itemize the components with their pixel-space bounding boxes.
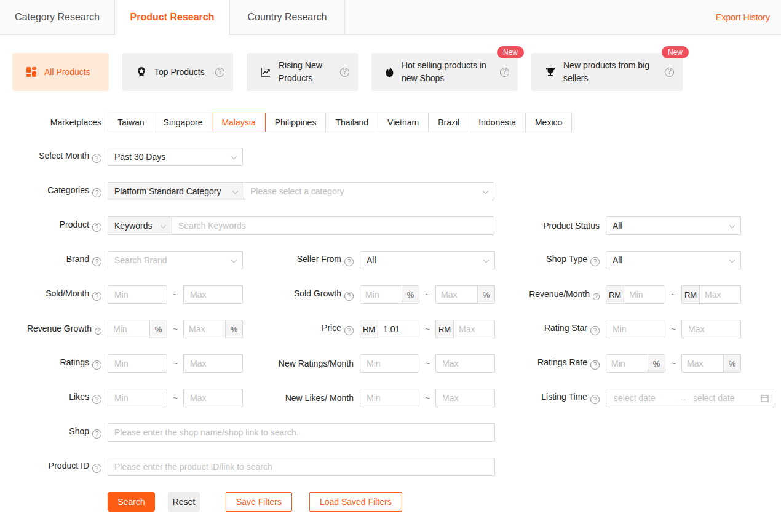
ratings-min-input[interactable] <box>108 354 167 373</box>
chevron-down-icon <box>729 257 735 263</box>
card-hot-selling-new-shops[interactable]: New Hot selling products in new Shops <box>371 53 518 91</box>
sold-month-max-input[interactable] <box>183 285 243 304</box>
new-likes-month-max-input[interactable] <box>435 389 495 407</box>
new-likes-month-min-input[interactable] <box>360 389 419 407</box>
tab-product-research[interactable]: Product Research <box>115 0 230 34</box>
filter-row-product: Product Keywords Product Status All <box>12 216 769 235</box>
rating-star-max-input[interactable] <box>681 320 741 338</box>
ratings-rate-max-box: % <box>681 354 741 373</box>
product-id-input[interactable] <box>108 458 495 476</box>
help-icon[interactable] <box>590 395 600 404</box>
help-icon[interactable] <box>92 395 101 404</box>
help-icon[interactable] <box>590 360 600 370</box>
ratings-rate-label: Ratings Rate <box>537 357 587 367</box>
tab-category-research[interactable]: Category Research <box>0 0 115 34</box>
marketplace-thailand[interactable]: Thailand <box>325 113 378 132</box>
ratings-label: Ratings <box>60 357 89 367</box>
revenue-growth-max-input[interactable] <box>184 320 225 338</box>
help-icon[interactable] <box>344 292 354 301</box>
card-label: Top Products <box>154 66 205 79</box>
marketplace-malaysia[interactable]: Malaysia <box>212 113 265 132</box>
card-rising-new-products[interactable]: Rising New Products <box>247 53 358 91</box>
seller-from-dropdown[interactable]: All <box>360 251 495 269</box>
card-top-products[interactable]: Top Products <box>122 53 233 91</box>
product-search-type-dropdown[interactable]: Keywords <box>108 216 172 235</box>
new-ratings-month-label: New Ratings/Month <box>279 359 354 368</box>
chevron-down-icon <box>231 154 237 160</box>
chevron-down-icon <box>729 223 735 229</box>
marketplace-singapore[interactable]: Singapore <box>154 113 213 132</box>
reset-button[interactable]: Reset <box>168 492 200 512</box>
revenue-month-min-input[interactable] <box>624 286 665 303</box>
new-ratings-month-max-input[interactable] <box>435 354 495 373</box>
help-icon[interactable] <box>215 68 224 77</box>
shop-input[interactable] <box>108 423 495 442</box>
new-ratings-month-min-input[interactable] <box>360 354 419 373</box>
category-type-dropdown[interactable]: Platform Standard Category <box>108 182 244 200</box>
help-icon[interactable] <box>665 68 674 77</box>
load-saved-filters-button[interactable]: Load Saved Filters <box>309 492 402 512</box>
marketplace-vietnam[interactable]: Vietnam <box>378 113 429 132</box>
card-all-products[interactable]: All Products <box>12 53 109 91</box>
sold-growth-min-input[interactable] <box>360 286 402 303</box>
select-month-label: Select Month <box>39 151 89 161</box>
marketplace-mexico[interactable]: Mexico <box>525 113 572 132</box>
help-icon[interactable] <box>500 68 509 77</box>
help-icon[interactable] <box>92 257 101 266</box>
filter-row-marketplaces: Marketplaces Taiwan Singapore Malaysia P… <box>12 113 769 132</box>
card-new-products-big-sellers[interactable]: New New products from big sellers <box>531 53 683 91</box>
ratings-rate-min-input[interactable] <box>606 355 648 372</box>
help-icon[interactable] <box>344 257 354 266</box>
help-icon[interactable] <box>95 328 101 335</box>
percent-suffix: % <box>723 355 740 372</box>
shop-label: Shop <box>69 426 89 436</box>
marketplace-taiwan[interactable]: Taiwan <box>108 113 154 132</box>
brand-dropdown[interactable]: Search Brand <box>108 251 243 269</box>
seller-from-label: Seller From <box>297 254 341 264</box>
percent-suffix: % <box>149 320 167 338</box>
marketplace-indonesia[interactable]: Indonesia <box>469 113 526 132</box>
help-icon[interactable] <box>92 223 101 232</box>
select-month-dropdown[interactable]: Past 30 Days <box>108 148 243 166</box>
help-icon[interactable] <box>593 293 600 300</box>
sold-growth-max-input[interactable] <box>436 286 477 303</box>
save-filters-button[interactable]: Save Filters <box>226 492 292 512</box>
marketplace-brazil[interactable]: Brazil <box>428 113 469 132</box>
help-icon[interactable] <box>92 188 101 197</box>
rating-star-label: Rating Star <box>544 323 587 333</box>
revenue-month-max-input[interactable] <box>700 286 740 303</box>
help-icon[interactable] <box>590 257 600 266</box>
marketplace-philippines[interactable]: Philippines <box>265 113 327 132</box>
flame-icon <box>385 66 394 77</box>
ratings-rate-max-input[interactable] <box>682 355 723 372</box>
category-select-dropdown[interactable]: Please select a category <box>244 182 494 200</box>
help-icon[interactable] <box>92 429 101 439</box>
help-icon[interactable] <box>92 292 101 301</box>
marketplace-group: Taiwan Singapore Malaysia Philippines Th… <box>108 113 572 132</box>
listing-time-range-picker[interactable]: select date – select date <box>606 389 775 407</box>
chevron-down-icon <box>483 188 489 194</box>
product-keywords-input[interactable] <box>172 216 494 235</box>
help-icon[interactable] <box>590 326 600 335</box>
rating-star-min-input[interactable] <box>606 320 665 338</box>
new-likes-month-label: New Likes/ Month <box>285 393 354 403</box>
grid-icon <box>26 66 37 77</box>
help-icon[interactable] <box>344 326 354 335</box>
search-button[interactable]: Search <box>108 492 155 512</box>
likes-min-input[interactable] <box>108 389 167 407</box>
revenue-growth-min-input[interactable] <box>108 320 149 338</box>
help-icon[interactable] <box>92 360 101 370</box>
sold-month-min-input[interactable] <box>108 285 167 304</box>
price-max-input[interactable] <box>454 320 494 338</box>
shop-type-dropdown[interactable]: All <box>606 251 741 269</box>
likes-max-input[interactable] <box>183 389 243 407</box>
product-status-dropdown[interactable]: All <box>606 216 741 235</box>
tab-country-research[interactable]: Country Research <box>230 0 345 34</box>
help-icon[interactable] <box>92 154 101 163</box>
ratings-max-input[interactable] <box>183 354 243 373</box>
price-min-input[interactable] <box>378 320 419 338</box>
help-icon[interactable] <box>340 68 349 77</box>
price-label: Price <box>322 323 341 333</box>
export-history-link[interactable]: Export History <box>716 12 770 22</box>
help-icon[interactable] <box>92 464 101 473</box>
